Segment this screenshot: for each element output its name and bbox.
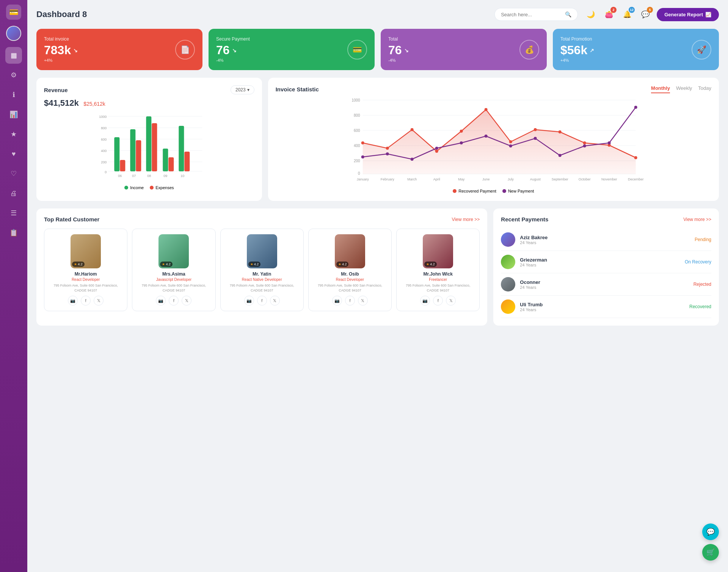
svg-rect-15 [130,129,135,171]
customer-role-asima: Javascript Developer [136,277,211,282]
instagram-icon-asima[interactable]: 📷 [156,296,166,306]
customers-view-more[interactable]: View more >> [452,217,480,222]
payment-info-oconner: Oconner 24 Years [520,279,689,290]
payments-header: Recent Payments View more >> [501,216,711,223]
stat-card-total-invoice-value: 783k ↘ [44,43,78,57]
message-button[interactable]: 💬 5 [639,8,652,21]
star-icon: ★ [250,262,253,266]
svg-text:400: 400 [101,149,107,153]
facebook-icon-hariom[interactable]: f [81,296,91,306]
instagram-icon-yatin[interactable]: 📷 [244,296,254,306]
customer-name-osib: Mr. Osib [312,271,388,277]
cart-float-button[interactable]: 🛒 [702,544,719,561]
main-content: Dashboard 8 🔍 🌙 👛 2 🔔 12 💬 5 Generate Re [27,0,728,572]
customer-card-hariom: ★ 4.2 Mr.Hariom React Developer 795 Fols… [44,229,127,311]
instagram-icon-hariom[interactable]: 📷 [68,296,78,306]
wallet-button[interactable]: 👛 2 [602,8,616,21]
payment-name-aziz: Aziz Bakree [520,235,690,240]
new-payment-legend: New Payment [502,189,534,193]
support-float-button[interactable]: 💬 [702,523,719,540]
sidebar-item-heart[interactable]: ♥ [5,146,22,162]
svg-text:200: 200 [101,160,107,164]
tab-today[interactable]: Today [698,85,711,93]
recovered-dot [460,130,463,133]
facebook-icon-asima[interactable]: f [169,296,179,306]
customer-address-hariom: 795 Folsom Ave, Suite 600 San Francisco,… [48,283,123,293]
trend-down-icon: ↘ [404,47,409,53]
sidebar-logo[interactable]: 💳 [6,5,21,20]
customer-rating-yatin: ★ 4.2 [248,262,261,267]
theme-toggle-button[interactable]: 🌙 [584,8,598,21]
payments-view-more[interactable]: View more >> [683,217,711,222]
payment-status-oconner: Rejected [693,282,711,287]
logo-icon: 💳 [9,8,19,17]
sidebar-item-analytics[interactable]: 📊 [5,106,22,123]
stat-card-promotion-value: $56k ↗ [560,43,594,57]
svg-text:10: 10 [180,174,184,178]
payment-status-aziz: Pending [695,237,711,242]
twitter-icon-hariom[interactable]: 𝕏 [94,296,104,306]
sidebar-item-heart2[interactable]: ♡ [5,165,22,182]
sidebar-item-star[interactable]: ★ [5,126,22,143]
facebook-icon-johnwick[interactable]: f [433,296,443,306]
svg-text:06: 06 [118,174,122,178]
sidebar-item-dashboard[interactable]: ▦ [5,47,22,64]
facebook-icon-yatin[interactable]: f [257,296,267,306]
user-avatar[interactable] [6,26,21,41]
payment-item-ulitrumb: Uli Trumb 24 Years Recovered [501,296,711,318]
recovered-dot [558,130,561,133]
twitter-icon-asima[interactable]: 𝕏 [182,296,191,306]
revenue-bar-chart: 1000 800 600 400 200 0 06 0 [44,113,254,181]
svg-text:0: 0 [105,170,107,174]
instagram-icon-osib[interactable]: 📷 [332,296,342,306]
instagram-icon-johnwick[interactable]: 📷 [420,296,430,306]
support-icon: 💬 [706,528,715,536]
twitter-icon-osib[interactable]: 𝕏 [358,296,368,306]
customer-name-johnwick: Mr.John Wick [400,271,475,277]
sidebar-item-list[interactable]: 📋 [5,224,22,241]
moon-icon: 🌙 [587,10,595,19]
twitter-icon-johnwick[interactable]: 𝕏 [446,296,456,306]
stat-card-total: Total 76 ↘ -4% 💰 [381,29,547,70]
svg-rect-22 [168,157,174,171]
bell-button[interactable]: 🔔 12 [620,8,634,21]
revenue-amount: $41,512k [44,98,79,108]
sidebar-item-print[interactable]: 🖨 [5,185,22,202]
year-label: 2023 [235,87,246,92]
customer-avatar-hariom: ★ 4.2 [71,234,101,268]
new-payment-label: New Payment [508,189,534,193]
stat-card-total-value: 76 ↘ [388,43,409,57]
sidebar-item-info[interactable]: ℹ [5,86,22,103]
customer-address-asima: 795 Folsom Ave, Suite 600 San Francisco,… [136,283,211,293]
sidebar-item-menu[interactable]: ☰ [5,205,22,221]
customer-name-asima: Mrs.Asima [136,271,211,277]
facebook-icon-osib[interactable]: f [345,296,355,306]
year-select[interactable]: 2023 ▾ [231,85,254,94]
generate-report-button[interactable]: Generate Report 📈 [657,8,719,21]
customer-rating-hariom: ★ 4.2 [72,262,85,267]
recovered-dot [484,108,487,111]
tab-weekly[interactable]: Weekly [676,85,692,93]
stat-cards: Total invoice 783k ↘ +4% 📄 Secure Paymen… [36,29,719,70]
search-bar[interactable]: 🔍 [494,8,578,21]
svg-text:October: October [578,177,590,181]
svg-rect-12 [114,137,119,171]
customer-address-johnwick: 795 Folsom Ave, Suite 600 San Francisco,… [400,283,475,293]
customer-avatar-asima: ★ 4.2 [158,234,189,268]
svg-text:1000: 1000 [351,98,360,102]
customer-social-hariom: 📷 f 𝕏 [48,296,123,306]
sidebar-item-settings[interactable]: ⚙ [5,67,22,83]
customer-role-hariom: React Developer [48,277,123,282]
stat-card-total-left: Total 76 ↘ -4% [388,36,409,63]
payment-item-aziz: Aziz Bakree 24 Years Pending [501,229,711,251]
search-input[interactable] [501,12,562,17]
twitter-icon-yatin[interactable]: 𝕏 [270,296,280,306]
svg-rect-13 [120,160,125,171]
payment-info-griezerman: Griezerman 24 Years [520,257,680,267]
tab-monthly[interactable]: Monthly [651,85,670,93]
new-payment-dot [509,144,512,147]
stat-card-secure-payment-icon: 💳 [347,40,367,60]
payment-age-ulitrumb: 24 Years [520,307,685,312]
payment-avatar-oconner [501,277,515,291]
customer-card-yatin: ★ 4.2 Mr. Yatin React Native Developer 7… [220,229,304,311]
